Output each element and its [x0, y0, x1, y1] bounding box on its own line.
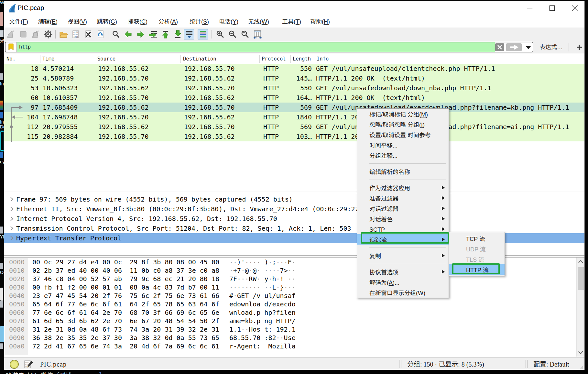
desktop-icon-fragment[interactable] [0, 301, 3, 308]
expand-chevron-icon[interactable] [10, 226, 14, 231]
hex-row[interactable]: 0030 00 fb f1 f2 00 00 01 01 08 0a 4c 83… [4, 283, 584, 292]
filter-input-box[interactable]: http [5, 42, 533, 52]
desktop-icon-fragment[interactable] [0, 112, 3, 118]
column-header[interactable]: No. [6, 54, 16, 64]
hex-row[interactable]: 00a0 72 2d 41 67 65 6e 74 3a 20 4d 6f 7a… [4, 342, 584, 350]
menu-capture[interactable]: 捕获(C) [128, 15, 147, 28]
auto-scroll-button[interactable] [184, 29, 194, 39]
scrollbar-thumb[interactable] [578, 267, 584, 290]
context-menu-item[interactable]: 作为过滤器应用 [357, 182, 449, 193]
context-menu-item[interactable]: 解码为(A)... [357, 277, 449, 287]
context-menu-item[interactable]: 准备过滤器 [357, 193, 449, 203]
packet-row[interactable]: 97 17.685409 192.168.55.62 192.168.55.70… [4, 103, 584, 112]
context-menu-item[interactable] [357, 160, 449, 166]
detail-row[interactable]: Frame 97: 569 bytes on wire (4552 bits),… [4, 194, 584, 204]
colorize-button[interactable] [198, 29, 208, 39]
menu-help[interactable]: 帮助(H) [310, 15, 330, 28]
context-menu-item[interactable]: 协议首选项 [357, 267, 449, 277]
title-bar[interactable]: PIC.pcap [4, 1, 584, 15]
hex-row[interactable]: 0050 65 64 6f 77 6e 6c 6f 61 64 2f 65 78… [4, 300, 584, 308]
resize-columns-button[interactable] [252, 29, 263, 39]
column-header[interactable]: Length [293, 54, 311, 64]
context-menu-item[interactable]: 时间平移... [357, 140, 449, 150]
open-file-button[interactable] [58, 29, 69, 39]
column-header[interactable]: Protocol [262, 54, 286, 64]
scroll-down-icon[interactable] [578, 351, 583, 354]
scroll-up-icon[interactable] [578, 260, 583, 263]
column-header[interactable]: Destination [183, 54, 216, 64]
filter-apply-button[interactable] [506, 43, 522, 51]
resize-grip-icon[interactable] [581, 366, 583, 369]
hex-row[interactable]: 0060 77 6e 6c 6f 61 64 2e 70 68 70 3f 66… [4, 308, 584, 317]
desktop-icon-fragment[interactable] [0, 263, 3, 269]
context-menu-item[interactable]: 忽略/取消忽略 分组(I) [357, 119, 449, 129]
packet-row[interactable]: 115 20.982884 192.168.55.70 192.168.55.6… [4, 132, 584, 141]
submenu-item[interactable]: UDP 流 [449, 244, 505, 254]
close-button[interactable] [565, 1, 584, 15]
previous-packet-button[interactable] [123, 29, 133, 39]
close-file-button[interactable] [83, 29, 93, 39]
save-file-button[interactable]: 010101101011 [71, 29, 81, 39]
column-separator[interactable] [180, 55, 181, 63]
context-menu-item[interactable]: 编辑解析的名称 [357, 166, 449, 177]
maximize-button[interactable] [543, 1, 561, 15]
capture-comment-icon[interactable]: 000101100011 [24, 359, 33, 369]
detail-row[interactable]: Ethernet II, Src: Vmware_8f:3b:80 (00:0c… [4, 204, 584, 214]
column-header[interactable]: Time [42, 54, 54, 64]
zoom-in-button[interactable] [215, 29, 225, 39]
filter-dropdown-button[interactable] [524, 42, 533, 52]
context-menu-item[interactable] [357, 245, 449, 250]
expand-chevron-icon[interactable] [10, 207, 14, 211]
go-to-packet-button[interactable] [148, 29, 158, 39]
desktop-icon-fragment[interactable] [0, 343, 3, 349]
context-menu-item[interactable]: 对话着色 [357, 214, 449, 224]
menu-tools[interactable]: 工具(T) [282, 15, 301, 28]
desktop-icon-fragment[interactable] [0, 152, 3, 158]
desktop-icon-fragment[interactable] [0, 288, 3, 301]
zoom-100-button[interactable] [240, 29, 250, 39]
stop-capture-button[interactable] [18, 29, 28, 39]
detail-row[interactable]: Internet Protocol Version 4, Src: 192.16… [4, 214, 584, 224]
zoom-out-button[interactable] [227, 29, 238, 39]
context-menu-item[interactable]: 对话过滤器 [357, 203, 449, 214]
pane-splitter[interactable] [4, 190, 584, 193]
packet-row[interactable]: 18 4.570214 192.168.55.62 192.168.55.70 … [4, 64, 584, 73]
minimize-button[interactable] [520, 1, 539, 15]
first-packet-button[interactable] [160, 29, 170, 39]
last-packet-button[interactable] [173, 29, 183, 39]
reload-file-button[interactable] [95, 29, 106, 39]
packet-row[interactable]: 25 4.580789 192.168.55.70 192.168.55.62 … [4, 73, 584, 83]
filter-clear-button[interactable] [495, 43, 504, 51]
column-separator[interactable] [290, 55, 291, 63]
expand-chevron-icon[interactable] [10, 197, 14, 202]
restart-capture-button[interactable] [30, 29, 41, 39]
scrollbar[interactable] [576, 258, 584, 357]
packet-row[interactable]: 60 10.610357 192.168.55.70 192.168.55.62… [4, 93, 584, 103]
menu-file[interactable]: 文件(F) [9, 15, 28, 28]
desktop-icon-fragment[interactable] [0, 226, 3, 234]
desktop-icon-fragment[interactable] [0, 326, 4, 342]
desktop-icon-fragment[interactable] [0, 30, 4, 37]
submenu-item[interactable]: TLS 流 [449, 254, 505, 264]
expression-button[interactable]: 表达式… [539, 42, 563, 52]
menu-statistics[interactable]: 统计(S) [190, 15, 209, 28]
context-menu-item[interactable]: 标记/取消标记 分组(M) [357, 109, 449, 119]
menu-telephony[interactable]: 电话(Y) [219, 15, 238, 28]
start-capture-button[interactable] [5, 29, 16, 39]
column-separator[interactable] [259, 55, 260, 63]
menu-go[interactable]: 跳转(G) [97, 15, 117, 28]
column-separator[interactable] [95, 55, 95, 63]
packet-row[interactable]: 53 10.606323 192.168.55.62 192.168.55.70… [4, 83, 584, 93]
menu-edit[interactable]: 编辑(E) [38, 15, 58, 28]
desktop-icon-fragment[interactable] [0, 131, 4, 151]
find-packet-button[interactable] [111, 29, 121, 39]
desktop-icon-fragment[interactable] [0, 101, 3, 110]
filter-bookmark-button[interactable] [5, 42, 16, 52]
hex-row[interactable]: 0070 61 6d 65 3d 6b 62 2e 70 6e 67 20 48… [4, 317, 584, 325]
menu-analyze[interactable]: 分析(A) [158, 15, 178, 28]
context-menu-item[interactable] [357, 177, 449, 182]
expand-chevron-icon[interactable] [10, 216, 14, 221]
context-menu-item[interactable]: 复制 [357, 250, 449, 261]
column-separator[interactable] [40, 55, 40, 63]
column-header[interactable]: Source [97, 54, 115, 64]
